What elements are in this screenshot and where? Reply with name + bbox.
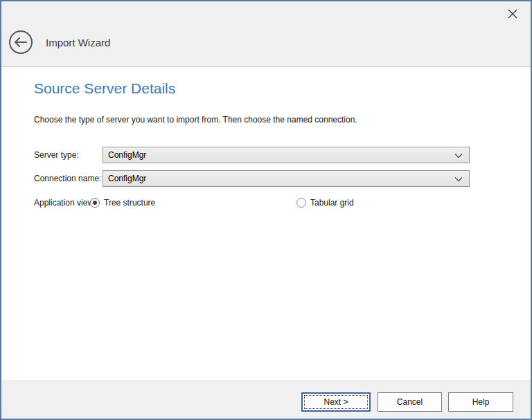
close-button[interactable] <box>503 4 522 24</box>
chevron-down-icon <box>454 176 463 182</box>
chevron-down-icon <box>454 153 463 158</box>
arrow-left-icon <box>14 37 28 47</box>
wizard-header: Import Wizard <box>1 1 531 67</box>
radio-option-tabular-grid[interactable]: Tabular grid <box>296 197 354 208</box>
radio-unselected-icon <box>296 198 306 208</box>
next-button[interactable]: Next > <box>301 392 371 412</box>
application-view-label: Application view: <box>34 197 96 208</box>
server-type-value: ConfigMgr <box>108 150 146 160</box>
radio-option-label: Tree structure <box>104 198 155 208</box>
radio-option-label: Tabular grid <box>310 198 354 208</box>
server-type-dropdown[interactable]: ConfigMgr <box>103 147 470 163</box>
connection-name-value: ConfigMgr <box>108 174 146 183</box>
close-icon <box>507 8 518 19</box>
wizard-footer: Next > Cancel Help <box>1 381 531 419</box>
page-title: Source Server Details <box>34 79 175 98</box>
help-button[interactable]: Help <box>448 392 513 412</box>
wizard-content: Source Server Details Choose the type of… <box>1 68 531 381</box>
server-type-label: Server type: <box>34 147 79 163</box>
page-description: Choose the type of server you want to im… <box>34 115 357 125</box>
connection-name-dropdown[interactable]: ConfigMgr <box>103 170 470 187</box>
back-button[interactable] <box>9 30 33 54</box>
window-title: Import Wizard <box>46 36 110 50</box>
import-wizard-dialog: Import Wizard Source Server Details Choo… <box>0 0 532 420</box>
connection-name-label: Connection name: <box>34 170 101 187</box>
radio-option-tree-structure[interactable]: Tree structure <box>90 197 155 208</box>
radio-selected-icon <box>90 198 100 208</box>
cancel-button[interactable]: Cancel <box>378 392 442 412</box>
